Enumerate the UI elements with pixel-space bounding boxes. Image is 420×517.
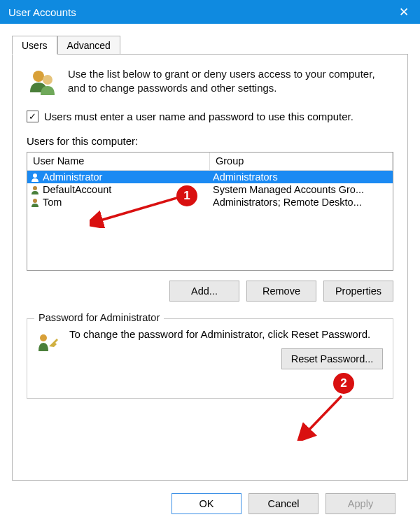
ok-button[interactable]: OK <box>172 493 241 514</box>
svg-point-4 <box>33 199 37 203</box>
column-group[interactable]: Group <box>210 153 393 171</box>
annotation-badge-2: 2 <box>333 373 354 394</box>
users-list-label: Users for this computer: <box>27 135 393 147</box>
svg-point-0 <box>33 71 44 82</box>
tab-panel-users: Use the list below to grant or deny user… <box>12 54 408 481</box>
annotation-1-text: 1 <box>183 189 190 203</box>
cell-group: Administrators; Remote Deskto... <box>210 196 393 208</box>
user-icon <box>30 172 41 183</box>
tab-advanced[interactable]: Advanced <box>57 36 120 55</box>
require-password-checkbox[interactable]: ✓ <box>27 111 38 122</box>
username-text: Administrator <box>43 171 102 183</box>
svg-point-5 <box>40 334 47 341</box>
add-button[interactable]: Add... <box>169 281 239 302</box>
column-username[interactable]: User Name <box>27 153 210 171</box>
tab-users-label: Users <box>22 40 48 51</box>
remove-button[interactable]: Remove <box>246 281 316 302</box>
reset-password-button[interactable]: Reset Password... <box>281 348 383 369</box>
properties-button[interactable]: Properties <box>323 281 393 302</box>
username-text: DefaultAccount <box>43 184 111 195</box>
annotation-badge-1: 1 <box>176 185 197 206</box>
svg-line-7 <box>307 396 342 432</box>
tab-advanced-label: Advanced <box>67 40 111 51</box>
svg-point-3 <box>33 186 37 190</box>
titlebar: User Accounts ✕ <box>0 0 420 24</box>
cell-group: Administrators <box>210 171 393 183</box>
username-text: Tom <box>43 197 62 208</box>
cell-username: Administrator <box>27 171 210 183</box>
require-password-row: ✓ Users must enter a user name and passw… <box>27 111 393 122</box>
table-row[interactable]: DefaultAccount System Managed Accounts G… <box>27 183 393 196</box>
close-button[interactable]: ✕ <box>388 0 420 24</box>
dialog-buttons: OK Cancel Apply <box>12 490 408 514</box>
table-row[interactable]: Tom Administrators; Remote Deskto... <box>27 196 393 208</box>
svg-point-2 <box>33 173 37 178</box>
fieldset-legend: Password for Administrator <box>34 312 164 323</box>
annotation-arrow-2 <box>293 392 356 441</box>
users-icon <box>27 67 57 98</box>
svg-point-1 <box>43 75 52 85</box>
key-icon <box>36 332 59 355</box>
cancel-button[interactable]: Cancel <box>248 493 318 514</box>
tab-strip: Users Advanced <box>12 36 408 55</box>
list-header: User Name Group <box>27 153 393 171</box>
users-listbox[interactable]: User Name Group Administrator Administra… <box>27 152 393 271</box>
table-row[interactable]: Administrator Administrators <box>27 171 393 183</box>
apply-button[interactable]: Apply <box>326 493 396 514</box>
user-icon <box>30 197 41 208</box>
list-buttons: Add... Remove Properties <box>27 281 393 302</box>
user-icon <box>30 185 41 195</box>
annotation-2-text: 2 <box>340 376 346 390</box>
fieldset-text: To change the password for Administrator… <box>69 327 383 341</box>
checkmark-icon: ✓ <box>29 111 36 122</box>
tab-users[interactable]: Users <box>12 36 57 55</box>
window-title: User Accounts <box>8 6 388 18</box>
intro-text: Use the list below to grant or deny user… <box>68 67 393 98</box>
require-password-label: Users must enter a user name and passwor… <box>44 111 354 122</box>
dialog-body: Users Advanced Use the list below to gra… <box>0 24 420 517</box>
close-icon: ✕ <box>399 5 409 20</box>
fieldset-buttons: Reset Password... <box>69 348 383 369</box>
cell-group: System Managed Accounts Gro... <box>210 183 393 196</box>
intro-row: Use the list below to grant or deny user… <box>27 67 393 98</box>
